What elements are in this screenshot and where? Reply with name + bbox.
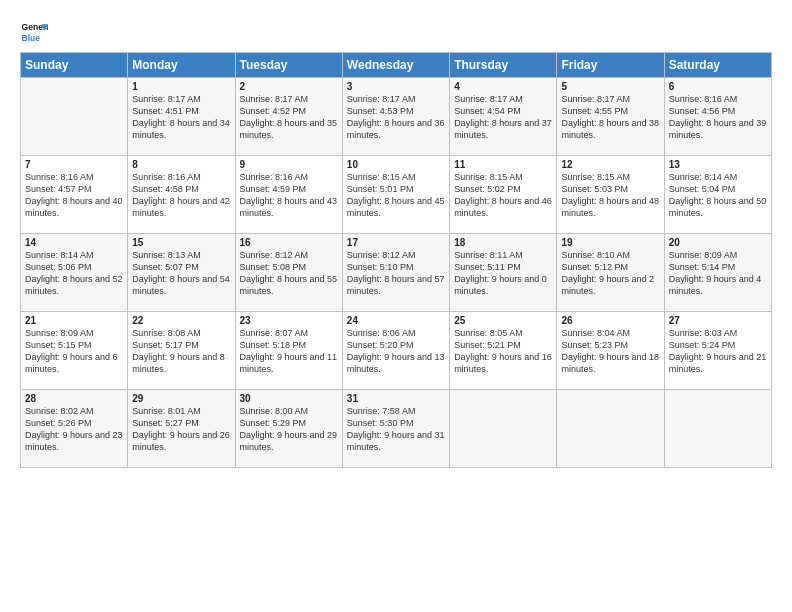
- day-cell: 13Sunrise: 8:14 AMSunset: 5:04 PMDayligh…: [664, 156, 771, 234]
- day-info: Sunrise: 8:15 AMSunset: 5:02 PMDaylight:…: [454, 171, 552, 220]
- day-number: 2: [240, 81, 338, 92]
- day-info: Sunrise: 8:01 AMSunset: 5:27 PMDaylight:…: [132, 405, 230, 454]
- day-info: Sunrise: 8:17 AMSunset: 4:51 PMDaylight:…: [132, 93, 230, 142]
- day-number: 26: [561, 315, 659, 326]
- day-cell: 2Sunrise: 8:17 AMSunset: 4:52 PMDaylight…: [235, 78, 342, 156]
- day-info: Sunrise: 8:08 AMSunset: 5:17 PMDaylight:…: [132, 327, 230, 376]
- day-number: 29: [132, 393, 230, 404]
- day-number: 16: [240, 237, 338, 248]
- day-info: Sunrise: 8:16 AMSunset: 4:56 PMDaylight:…: [669, 93, 767, 142]
- day-info: Sunrise: 8:10 AMSunset: 5:12 PMDaylight:…: [561, 249, 659, 298]
- day-number: 5: [561, 81, 659, 92]
- column-header-wednesday: Wednesday: [342, 53, 449, 78]
- column-header-saturday: Saturday: [664, 53, 771, 78]
- day-cell: 30Sunrise: 8:00 AMSunset: 5:29 PMDayligh…: [235, 390, 342, 468]
- day-cell: 16Sunrise: 8:12 AMSunset: 5:08 PMDayligh…: [235, 234, 342, 312]
- day-info: Sunrise: 8:02 AMSunset: 5:26 PMDaylight:…: [25, 405, 123, 454]
- day-info: Sunrise: 8:05 AMSunset: 5:21 PMDaylight:…: [454, 327, 552, 376]
- day-info: Sunrise: 8:04 AMSunset: 5:23 PMDaylight:…: [561, 327, 659, 376]
- day-number: 6: [669, 81, 767, 92]
- day-cell: 6Sunrise: 8:16 AMSunset: 4:56 PMDaylight…: [664, 78, 771, 156]
- day-number: 22: [132, 315, 230, 326]
- day-cell: 5Sunrise: 8:17 AMSunset: 4:55 PMDaylight…: [557, 78, 664, 156]
- column-header-sunday: Sunday: [21, 53, 128, 78]
- day-info: Sunrise: 8:14 AMSunset: 5:06 PMDaylight:…: [25, 249, 123, 298]
- day-info: Sunrise: 7:58 AMSunset: 5:30 PMDaylight:…: [347, 405, 445, 454]
- day-number: 25: [454, 315, 552, 326]
- day-cell: 28Sunrise: 8:02 AMSunset: 5:26 PMDayligh…: [21, 390, 128, 468]
- day-info: Sunrise: 8:17 AMSunset: 4:53 PMDaylight:…: [347, 93, 445, 142]
- column-header-tuesday: Tuesday: [235, 53, 342, 78]
- week-row-5: 28Sunrise: 8:02 AMSunset: 5:26 PMDayligh…: [21, 390, 772, 468]
- day-number: 20: [669, 237, 767, 248]
- day-info: Sunrise: 8:00 AMSunset: 5:29 PMDaylight:…: [240, 405, 338, 454]
- day-cell: 4Sunrise: 8:17 AMSunset: 4:54 PMDaylight…: [450, 78, 557, 156]
- day-number: 1: [132, 81, 230, 92]
- day-number: 18: [454, 237, 552, 248]
- day-cell: [21, 78, 128, 156]
- day-cell: 29Sunrise: 8:01 AMSunset: 5:27 PMDayligh…: [128, 390, 235, 468]
- day-number: 12: [561, 159, 659, 170]
- week-row-2: 7Sunrise: 8:16 AMSunset: 4:57 PMDaylight…: [21, 156, 772, 234]
- day-number: 11: [454, 159, 552, 170]
- day-number: 17: [347, 237, 445, 248]
- day-number: 15: [132, 237, 230, 248]
- day-number: 30: [240, 393, 338, 404]
- day-number: 31: [347, 393, 445, 404]
- day-cell: 15Sunrise: 8:13 AMSunset: 5:07 PMDayligh…: [128, 234, 235, 312]
- header: General Blue: [20, 18, 772, 46]
- logo: General Blue: [20, 18, 48, 46]
- day-info: Sunrise: 8:13 AMSunset: 5:07 PMDaylight:…: [132, 249, 230, 298]
- day-cell: 25Sunrise: 8:05 AMSunset: 5:21 PMDayligh…: [450, 312, 557, 390]
- day-cell: 12Sunrise: 8:15 AMSunset: 5:03 PMDayligh…: [557, 156, 664, 234]
- day-cell: [557, 390, 664, 468]
- day-cell: 24Sunrise: 8:06 AMSunset: 5:20 PMDayligh…: [342, 312, 449, 390]
- day-info: Sunrise: 8:16 AMSunset: 4:57 PMDaylight:…: [25, 171, 123, 220]
- day-cell: 8Sunrise: 8:16 AMSunset: 4:58 PMDaylight…: [128, 156, 235, 234]
- day-cell: 11Sunrise: 8:15 AMSunset: 5:02 PMDayligh…: [450, 156, 557, 234]
- day-number: 24: [347, 315, 445, 326]
- day-cell: 27Sunrise: 8:03 AMSunset: 5:24 PMDayligh…: [664, 312, 771, 390]
- day-cell: 31Sunrise: 7:58 AMSunset: 5:30 PMDayligh…: [342, 390, 449, 468]
- day-cell: 14Sunrise: 8:14 AMSunset: 5:06 PMDayligh…: [21, 234, 128, 312]
- day-cell: 23Sunrise: 8:07 AMSunset: 5:18 PMDayligh…: [235, 312, 342, 390]
- day-cell: 1Sunrise: 8:17 AMSunset: 4:51 PMDaylight…: [128, 78, 235, 156]
- day-number: 19: [561, 237, 659, 248]
- day-number: 8: [132, 159, 230, 170]
- day-info: Sunrise: 8:03 AMSunset: 5:24 PMDaylight:…: [669, 327, 767, 376]
- day-number: 28: [25, 393, 123, 404]
- day-info: Sunrise: 8:07 AMSunset: 5:18 PMDaylight:…: [240, 327, 338, 376]
- day-cell: 18Sunrise: 8:11 AMSunset: 5:11 PMDayligh…: [450, 234, 557, 312]
- day-info: Sunrise: 8:12 AMSunset: 5:08 PMDaylight:…: [240, 249, 338, 298]
- logo-icon: General Blue: [20, 18, 48, 46]
- day-number: 3: [347, 81, 445, 92]
- day-cell: 9Sunrise: 8:16 AMSunset: 4:59 PMDaylight…: [235, 156, 342, 234]
- day-info: Sunrise: 8:14 AMSunset: 5:04 PMDaylight:…: [669, 171, 767, 220]
- day-info: Sunrise: 8:17 AMSunset: 4:55 PMDaylight:…: [561, 93, 659, 142]
- day-cell: 3Sunrise: 8:17 AMSunset: 4:53 PMDaylight…: [342, 78, 449, 156]
- day-number: 10: [347, 159, 445, 170]
- day-cell: [664, 390, 771, 468]
- day-number: 4: [454, 81, 552, 92]
- day-info: Sunrise: 8:11 AMSunset: 5:11 PMDaylight:…: [454, 249, 552, 298]
- day-number: 27: [669, 315, 767, 326]
- day-cell: 17Sunrise: 8:12 AMSunset: 5:10 PMDayligh…: [342, 234, 449, 312]
- day-info: Sunrise: 8:17 AMSunset: 4:54 PMDaylight:…: [454, 93, 552, 142]
- day-number: 23: [240, 315, 338, 326]
- day-info: Sunrise: 8:06 AMSunset: 5:20 PMDaylight:…: [347, 327, 445, 376]
- day-info: Sunrise: 8:16 AMSunset: 4:59 PMDaylight:…: [240, 171, 338, 220]
- day-number: 21: [25, 315, 123, 326]
- week-row-4: 21Sunrise: 8:09 AMSunset: 5:15 PMDayligh…: [21, 312, 772, 390]
- column-header-friday: Friday: [557, 53, 664, 78]
- day-info: Sunrise: 8:15 AMSunset: 5:01 PMDaylight:…: [347, 171, 445, 220]
- day-info: Sunrise: 8:17 AMSunset: 4:52 PMDaylight:…: [240, 93, 338, 142]
- column-header-thursday: Thursday: [450, 53, 557, 78]
- day-cell: 22Sunrise: 8:08 AMSunset: 5:17 PMDayligh…: [128, 312, 235, 390]
- day-info: Sunrise: 8:09 AMSunset: 5:14 PMDaylight:…: [669, 249, 767, 298]
- day-cell: 26Sunrise: 8:04 AMSunset: 5:23 PMDayligh…: [557, 312, 664, 390]
- day-info: Sunrise: 8:15 AMSunset: 5:03 PMDaylight:…: [561, 171, 659, 220]
- calendar-table: SundayMondayTuesdayWednesdayThursdayFrid…: [20, 52, 772, 468]
- page-container: General Blue SundayMondayTuesdayWednesda…: [0, 0, 792, 478]
- day-number: 7: [25, 159, 123, 170]
- day-number: 13: [669, 159, 767, 170]
